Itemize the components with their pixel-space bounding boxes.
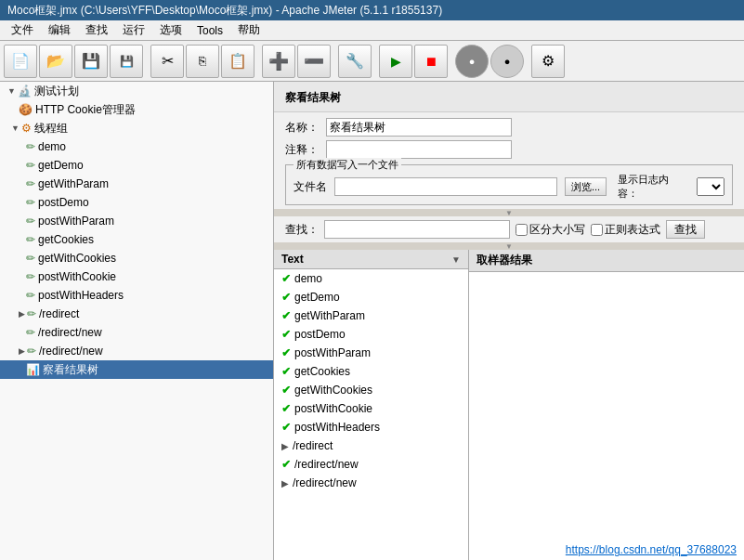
results-list: ✔ demo ✔ getDemo ✔ getWithParam ✔ postDe… — [274, 269, 468, 560]
settings-button[interactable]: ⚙ — [531, 45, 565, 78]
log-select[interactable] — [697, 177, 724, 196]
search-input[interactable] — [324, 220, 510, 239]
file-input[interactable] — [334, 177, 557, 196]
result-item-postdemo[interactable]: ✔ postDemo — [274, 325, 468, 344]
tree-item-postwithparam[interactable]: ✏ postWithParam — [0, 212, 273, 230]
save-button[interactable]: 💾 — [74, 45, 108, 78]
comment-input[interactable] — [326, 140, 512, 159]
file-label: 文件名 — [294, 179, 327, 195]
tree-item-redirect-new2[interactable]: ▶ ✏ /redirect/new — [0, 342, 273, 360]
menu-options[interactable]: 选项 — [152, 20, 189, 40]
paste-button[interactable]: 📋 — [221, 45, 255, 78]
status-icon-getcookies: ✔ — [281, 365, 291, 378]
status-icon-demo: ✔ — [281, 272, 291, 285]
result-item-redirect-new2[interactable]: ▶ /redirect/new — [274, 474, 468, 492]
regex-checkbox[interactable] — [591, 224, 603, 236]
menu-run[interactable]: 运行 — [115, 20, 152, 40]
status-icon-postwithheaders: ✔ — [281, 421, 291, 434]
tree-item-testplan[interactable]: ▼ 🔬 测试计划 — [0, 82, 273, 100]
comment-row: 注释： — [285, 140, 733, 159]
main-layout: ▼ 🔬 测试计划 🍪 HTTP Cookie管理器 ▼ ⚙ 线程组 ✏ demo… — [0, 82, 744, 560]
tree-item-postwithcookie[interactable]: ✏ postWithCookie — [0, 267, 273, 286]
toggle-button[interactable]: 🔧 — [338, 45, 372, 78]
stop-button[interactable]: ⏹ — [414, 45, 448, 78]
result-item-postwithheaders[interactable]: ✔ postWithHeaders — [274, 418, 468, 436]
left-panel: ▼ 🔬 测试计划 🍪 HTTP Cookie管理器 ▼ ⚙ 线程组 ✏ demo… — [0, 82, 274, 560]
menu-find[interactable]: 查找 — [78, 20, 115, 40]
name-input[interactable] — [326, 118, 512, 137]
tree-item-httpcookie[interactable]: 🍪 HTTP Cookie管理器 — [0, 100, 273, 119]
regex-label: 正则表达式 — [591, 222, 660, 238]
result-item-postwithparam[interactable]: ✔ postWithParam — [274, 344, 468, 362]
tree-item-redirect[interactable]: ▶ ✏ /redirect — [0, 305, 273, 323]
results-left: Text ▼ ✔ demo ✔ getDemo ✔ getWithP — [274, 250, 469, 560]
tree-item-getwithcookies[interactable]: ✏ getWithCookies — [0, 249, 273, 267]
tree-item-postdemo[interactable]: ✏ postDemo — [0, 193, 273, 212]
panel-title: 察看结果树 — [274, 82, 744, 112]
case-sensitive-label: 区分大小写 — [516, 222, 585, 238]
menu-edit[interactable]: 编辑 — [41, 20, 78, 40]
menu-bar: 文件 编辑 查找 运行 选项 Tools 帮助 — [0, 20, 744, 41]
expand-icon-redirect: ▶ — [281, 441, 289, 451]
clear2-button[interactable]: ● — [490, 45, 524, 78]
search-label: 查找： — [285, 222, 319, 238]
name-row: 名称： — [285, 118, 733, 137]
saveas-button[interactable]: 💾 — [110, 45, 143, 78]
divider2: ▼ — [274, 242, 744, 250]
menu-file[interactable]: 文件 — [4, 20, 41, 40]
case-sensitive-checkbox[interactable] — [516, 224, 528, 236]
tree-item-threadgroup[interactable]: ▼ ⚙ 线程组 — [0, 119, 273, 137]
result-item-getwithparam[interactable]: ✔ getWithParam — [274, 306, 468, 325]
comment-label: 注释： — [285, 142, 319, 158]
result-item-redirect-new1[interactable]: ✔ /redirect/new — [274, 455, 468, 474]
right-panel: 察看结果树 名称： 注释： 所有数据写入一个文件 文件名 浏览... 显示日志内… — [274, 82, 744, 560]
title-text: Moco框架.jmx (C:\Users\YFF\Desktop\Moco框架.… — [7, 3, 442, 19]
status-icon-redirect-new1: ✔ — [281, 458, 291, 471]
sampler-results-tab[interactable]: 取样器结果 — [469, 250, 744, 272]
expand-button[interactable]: ➕ — [262, 45, 295, 78]
new-button[interactable]: 📄 — [4, 45, 37, 78]
divider1: ▼ — [274, 209, 744, 216]
tree-item-postwithheaders[interactable]: ✏ postWithHeaders — [0, 286, 273, 305]
status-icon-postwithcookie: ✔ — [281, 402, 291, 415]
open-button[interactable]: 📂 — [39, 45, 72, 78]
browse-button[interactable]: 浏览... — [565, 177, 607, 196]
dropdown-arrow-icon[interactable]: ▼ — [451, 254, 461, 265]
toolbar: 📄 📂 💾 💾 ✂ ⎘ 📋 ➕ ➖ 🔧 ▶ ⏹ ● ● ⚙ — [0, 41, 744, 82]
status-icon-postwithparam: ✔ — [281, 346, 291, 359]
tree-item-demo[interactable]: ✏ demo — [0, 137, 273, 156]
menu-tools[interactable]: Tools — [189, 22, 230, 39]
form-section: 名称： 注释： — [274, 112, 744, 161]
sampler-results-content — [469, 272, 744, 560]
result-item-postwithcookie[interactable]: ✔ postWithCookie — [274, 399, 468, 418]
title-bar: Moco框架.jmx (C:\Users\YFF\Desktop\Moco框架.… — [0, 0, 744, 20]
menu-help[interactable]: 帮助 — [230, 20, 268, 40]
text-column-header: Text ▼ — [274, 250, 468, 269]
tree-item-redirect-new1[interactable]: ✏ /redirect/new — [0, 323, 273, 342]
tree-item-getcookies[interactable]: ✏ getCookies — [0, 230, 273, 249]
tree-item-viewresults[interactable]: 📊 察看结果树 — [0, 360, 273, 379]
result-item-getcookies[interactable]: ✔ getCookies — [274, 362, 468, 381]
csdn-link[interactable]: https://blog.csdn.net/qq_37688023 — [566, 543, 737, 556]
run-button[interactable]: ▶ — [379, 45, 412, 78]
copy-button[interactable]: ⎘ — [186, 45, 219, 78]
tree-item-getwithparam[interactable]: ✏ getWithParam — [0, 175, 273, 193]
file-row: 文件名 浏览... 显示日志内容： — [294, 173, 724, 201]
file-group: 所有数据写入一个文件 文件名 浏览... 显示日志内容： — [285, 164, 733, 205]
result-item-redirect[interactable]: ▶ /redirect — [274, 436, 468, 455]
results-container: Text ▼ ✔ demo ✔ getDemo ✔ getWithP — [274, 250, 744, 560]
result-item-getwithcookies[interactable]: ✔ getWithCookies — [274, 381, 468, 399]
file-group-title: 所有数据写入一个文件 — [294, 158, 401, 172]
expand-icon-redirect-new2: ▶ — [281, 478, 289, 488]
search-button[interactable]: 查找 — [666, 220, 705, 239]
collapse-button[interactable]: ➖ — [297, 45, 331, 78]
name-label: 名称： — [285, 120, 319, 136]
search-row: 查找： 区分大小写 正则表达式 查找 — [274, 216, 744, 242]
log-label: 显示日志内容： — [618, 173, 689, 201]
cut-button[interactable]: ✂ — [150, 45, 184, 78]
clear1-button[interactable]: ● — [455, 45, 489, 78]
result-item-getdemo[interactable]: ✔ getDemo — [274, 288, 468, 306]
results-right: 取样器结果 — [469, 250, 744, 560]
tree-item-getdemo[interactable]: ✏ getDemo — [0, 156, 273, 175]
result-item-demo[interactable]: ✔ demo — [274, 269, 468, 288]
